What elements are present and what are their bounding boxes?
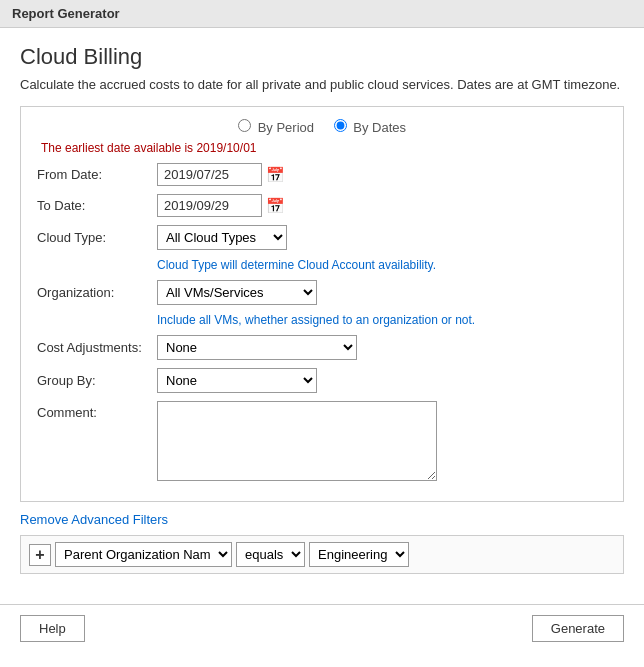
- to-date-input-group: 📅: [157, 194, 285, 217]
- from-date-input[interactable]: [157, 163, 262, 186]
- by-dates-radio[interactable]: [334, 119, 347, 132]
- to-date-input[interactable]: [157, 194, 262, 217]
- page-description: Calculate the accrued costs to date for …: [20, 76, 624, 94]
- cost-adjustments-select[interactable]: None: [157, 335, 357, 360]
- earliest-date-text: The earliest date available is 2019/10/0…: [37, 141, 607, 155]
- from-date-row: From Date: 📅: [37, 163, 607, 186]
- radio-row: By Period By Dates: [37, 119, 607, 135]
- cloud-type-row: Cloud Type: All Cloud Types: [37, 225, 607, 250]
- from-date-calendar-icon[interactable]: 📅: [266, 166, 285, 184]
- bottom-bar: Help Generate: [0, 604, 644, 652]
- filter-field-select[interactable]: Parent Organization Nam: [55, 542, 232, 567]
- group-by-row: Group By: None: [37, 368, 607, 393]
- add-filter-button[interactable]: +: [29, 544, 51, 566]
- organization-row: Organization: All VMs/Services: [37, 280, 607, 305]
- by-period-radio[interactable]: [238, 119, 251, 132]
- to-date-calendar-icon[interactable]: 📅: [266, 197, 285, 215]
- filter-operator-select[interactable]: equals: [236, 542, 305, 567]
- filter-value-select[interactable]: Engineering: [309, 542, 409, 567]
- cloud-type-select[interactable]: All Cloud Types: [157, 225, 287, 250]
- form-container: By Period By Dates The earliest date ava…: [20, 106, 624, 502]
- title-bar-label: Report Generator: [12, 6, 120, 21]
- remove-advanced-filters-link[interactable]: Remove Advanced Filters: [20, 512, 168, 527]
- organization-select[interactable]: All VMs/Services: [157, 280, 317, 305]
- comment-textarea[interactable]: [157, 401, 437, 481]
- by-dates-label[interactable]: By Dates: [334, 120, 406, 135]
- from-date-input-group: 📅: [157, 163, 285, 186]
- comment-label: Comment:: [37, 401, 157, 420]
- organization-label: Organization:: [37, 285, 157, 300]
- group-by-label: Group By:: [37, 373, 157, 388]
- cloud-type-label: Cloud Type:: [37, 230, 157, 245]
- page-title: Cloud Billing: [20, 44, 624, 70]
- to-date-row: To Date: 📅: [37, 194, 607, 217]
- group-by-select[interactable]: None: [157, 368, 317, 393]
- help-button[interactable]: Help: [20, 615, 85, 642]
- from-date-label: From Date:: [37, 167, 157, 182]
- cost-adjustments-label: Cost Adjustments:: [37, 340, 157, 355]
- cloud-type-note: Cloud Type will determine Cloud Account …: [37, 258, 607, 272]
- main-content: Cloud Billing Calculate the accrued cost…: [0, 28, 644, 600]
- organization-note: Include all VMs, whether assigned to an …: [37, 313, 607, 327]
- generate-button[interactable]: Generate: [532, 615, 624, 642]
- to-date-label: To Date:: [37, 198, 157, 213]
- comment-row: Comment:: [37, 401, 607, 481]
- by-period-label[interactable]: By Period: [238, 120, 318, 135]
- title-bar: Report Generator: [0, 0, 644, 28]
- cost-adjustments-row: Cost Adjustments: None: [37, 335, 607, 360]
- filter-row: + Parent Organization Nam equals Enginee…: [20, 535, 624, 574]
